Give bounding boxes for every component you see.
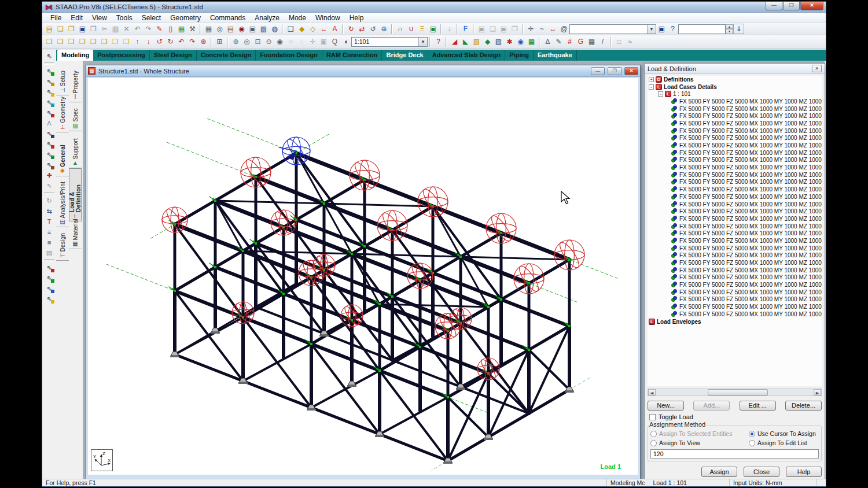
copy-picture-icon[interactable]: ▣: [247, 24, 258, 34]
radio-assign-to-selected-entities[interactable]: [650, 431, 657, 437]
menu-analyze[interactable]: Analyze: [250, 13, 284, 23]
tree-load-item[interactable]: FX 5000 FY 5000 FZ 5000 MX 1000 MY 1000 …: [648, 193, 822, 201]
display-options-icon[interactable]: ▣: [656, 24, 667, 34]
context-help-icon[interactable]: ?: [433, 36, 444, 47]
menu-mode[interactable]: Mode: [284, 13, 311, 23]
arc-beam-icon[interactable]: ∩: [395, 24, 406, 34]
copy-icon[interactable]: ❐: [88, 24, 99, 34]
rotate-down-icon[interactable]: ↓: [143, 36, 154, 47]
tree-load-item[interactable]: FX 5000 FY 5000 FZ 5000 MX 1000 MY 1000 …: [648, 142, 822, 149]
joint-cursor-icon[interactable]: ✚: [44, 170, 55, 180]
render-view-icon[interactable]: □: [613, 36, 624, 47]
tree-load-item[interactable]: FX 5000 FY 5000 FZ 5000 MX 1000 MY 1000 …: [648, 267, 822, 274]
value-spinner[interactable]: ▲▼: [726, 24, 733, 34]
section-outline-icon[interactable]: ✎: [553, 36, 564, 47]
option-assign-to-selected-entities[interactable]: Assign To Selected Entities: [650, 430, 749, 437]
filmstrip-icon[interactable]: ▦: [586, 36, 597, 47]
page-tab-load-definition[interactable]: Load & Definition⊦: [69, 168, 82, 221]
nodes-cursor-icon[interactable]: ⇖: [44, 66, 55, 76]
zoom-in-icon[interactable]: ⊕: [230, 36, 241, 47]
save-view-icon[interactable]: ▣: [476, 24, 487, 34]
tree-load-item[interactable]: FX 5000 FY 5000 FZ 5000 MX 1000 MY 1000 …: [648, 201, 822, 208]
menu-file[interactable]: File: [46, 13, 66, 23]
run-analysis-icon[interactable]: ▣: [428, 24, 439, 34]
add-button[interactable]: Add...: [693, 401, 730, 411]
highlight-plates-icon[interactable]: ▨: [471, 36, 482, 47]
tree-load-item[interactable]: FX 5000 FY 5000 FZ 5000 MX 1000 MY 1000 …: [648, 281, 822, 289]
text-cursor-icon[interactable]: A: [44, 118, 55, 128]
close-file-icon[interactable]: ❐: [66, 24, 77, 34]
print-icon[interactable]: ▦: [203, 24, 214, 34]
zoom-out-icon[interactable]: ⊖: [263, 36, 274, 47]
report-setup-icon[interactable]: ▤: [225, 24, 236, 34]
magnify-icon[interactable]: Q: [329, 36, 340, 47]
block-tool-icon[interactable]: ■: [44, 237, 55, 247]
entity-combo[interactable]: ▼: [569, 24, 656, 34]
take-picture-icon[interactable]: ◉: [236, 24, 247, 34]
last-input-icon[interactable]: ✎: [154, 24, 165, 34]
edit-button[interactable]: Edit ...: [740, 401, 776, 411]
tree-load-item[interactable]: FX 5000 FY 5000 FZ 5000 MX 1000 MY 1000 …: [648, 310, 822, 318]
minimize-button[interactable]: —: [766, 2, 782, 10]
value-input[interactable]: [678, 24, 726, 34]
document-title-bar[interactable]: ▦ Structure1.std - Whole Structure — ❐ ✕: [86, 65, 640, 77]
new-window-icon[interactable]: ❑: [285, 24, 296, 34]
tab-modeling[interactable]: Modeling: [57, 50, 93, 61]
toggle-geometry-icon[interactable]: ▧: [493, 36, 504, 47]
tree-load-item[interactable]: FX 5000 FY 5000 FZ 5000 MX 1000 MY 1000 …: [648, 289, 822, 296]
track-tool-icon[interactable]: ≡: [44, 227, 55, 237]
g-axis-icon[interactable]: G: [575, 36, 586, 47]
tab-earthquake[interactable]: Earthquake: [534, 50, 577, 61]
tree-load-item[interactable]: FX 5000 FY 5000 FZ 5000 MX 1000 MY 1000 …: [648, 303, 822, 310]
tab-foundation-design[interactable]: Foundation Design: [256, 50, 322, 61]
title-bar[interactable]: ⋈ STAAD.Pro V8i (SELECTseries 5) - Struc…: [42, 2, 826, 13]
zoom-capture-icon[interactable]: ◎: [241, 36, 252, 47]
new-button[interactable]: New...: [648, 401, 684, 411]
scale-combo[interactable]: 1:101▼: [351, 37, 428, 47]
dimension-icon[interactable]: ↔: [318, 24, 329, 34]
support-cursor-icon[interactable]: ⇖: [44, 149, 55, 160]
tree-load-item[interactable]: FX 5000 FY 5000 FZ 5000 MX 1000 MY 1000 …: [648, 186, 822, 193]
tree-load-item[interactable]: FX 5000 FY 5000 FZ 5000 MX 1000 MY 1000 …: [648, 208, 822, 215]
load-cursor-icon[interactable]: ⇖: [44, 139, 55, 149]
dynamic-zoom-icon[interactable]: ⊞: [214, 36, 225, 47]
tree-load-cases-details[interactable]: -LLoad Cases Details: [648, 83, 822, 91]
close-button[interactable]: ✕: [800, 2, 823, 10]
grid-cursor-icon[interactable]: ⇖: [44, 128, 55, 139]
export-view-icon[interactable]: ▨: [258, 24, 269, 34]
tab-ram-connection[interactable]: RAM Connection: [322, 50, 382, 61]
save-icon[interactable]: ▣: [77, 24, 88, 34]
panel-close-icon[interactable]: ✕: [812, 65, 822, 72]
scroll-right-arrow[interactable]: ▶: [814, 389, 821, 395]
radio-use-cursor-to-assign[interactable]: [749, 431, 755, 437]
apply-button[interactable]: ⇓: [733, 24, 744, 34]
tree-load-item[interactable]: FX 5000 FY 5000 FZ 5000 MX 1000 MY 1000 …: [648, 112, 822, 120]
combo-arrow-icon[interactable]: ▼: [418, 38, 427, 46]
tree-load-item[interactable]: FX 5000 FY 5000 FZ 5000 MX 1000 MY 1000 …: [648, 171, 822, 179]
open-view-icon[interactable]: ❏: [487, 24, 498, 34]
input-units-icon[interactable]: ▯: [165, 24, 176, 34]
doc-close-button[interactable]: ✕: [624, 67, 638, 75]
solids-cursor-icon[interactable]: ⇖: [44, 97, 55, 108]
select-missing-icon[interactable]: ⇖: [44, 294, 55, 304]
page-tab-spec[interactable]: Spec▨: [69, 102, 82, 131]
doc-restore-button[interactable]: ❐: [608, 67, 621, 75]
tab-advanced-slab-design[interactable]: Advanced Slab Design: [428, 50, 506, 61]
tree-load-item[interactable]: FX 5000 FY 5000 FZ 5000 MX 1000 MY 1000 …: [648, 252, 822, 260]
view-cube-front-icon[interactable]: ❒: [66, 36, 77, 47]
open-file-icon[interactable]: ❏: [55, 24, 66, 34]
zoom-dynamic-icon[interactable]: ◌: [296, 36, 307, 47]
select-group-icon[interactable]: ⇖: [44, 283, 55, 294]
tree-load-item[interactable]: FX 5000 FY 5000 FZ 5000 MX 1000 MY 1000 …: [648, 245, 822, 252]
tree-load-envelopes[interactable]: LLoad Envelopes: [648, 318, 822, 326]
structure-diagram-icon[interactable]: ∆: [542, 36, 553, 47]
view-cube-top-icon[interactable]: ❒: [55, 36, 66, 47]
tree-load-item[interactable]: FX 5000 FY 5000 FZ 5000 MX 1000 MY 1000 …: [648, 223, 822, 230]
member-tools-icon[interactable]: ~: [536, 24, 547, 34]
section-database-icon[interactable]: Ξ: [417, 24, 428, 34]
renumber-icon[interactable]: ↻: [345, 24, 356, 34]
menu-view[interactable]: View: [87, 13, 112, 23]
view-cube-left-icon[interactable]: ❒: [110, 36, 121, 47]
hash-marks-icon[interactable]: #: [564, 36, 575, 47]
orbit-icon[interactable]: ⊛: [198, 36, 209, 47]
